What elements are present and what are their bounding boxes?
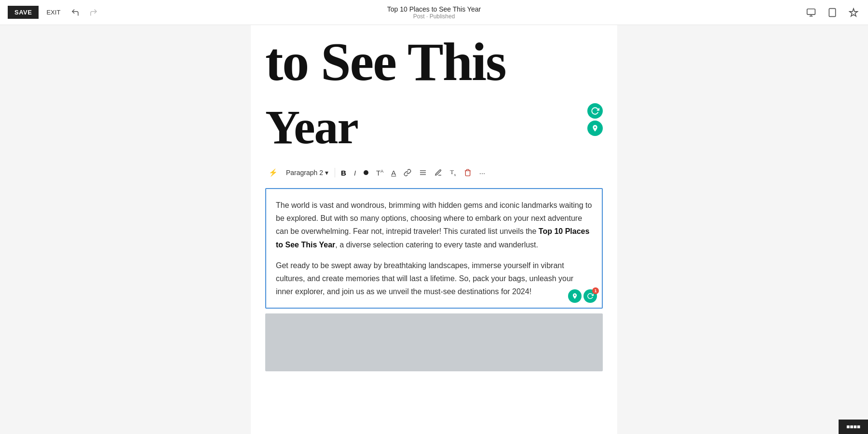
italic-button[interactable]: I <box>351 166 359 179</box>
svg-rect-0 <box>807 9 815 14</box>
superscript-button[interactable]: TA <box>373 166 387 179</box>
top-bar-center: Top 10 Places to See This Year Post · Pu… <box>387 5 481 20</box>
text-toolbar: ⚡ Paragraph 2 ▾ B I TA A <box>251 161 617 184</box>
delete-button[interactable] <box>461 166 475 179</box>
bottom-bar[interactable]: ■■■■ <box>839 420 868 434</box>
small-pin-icon[interactable] <box>568 289 582 303</box>
small-ai-icon[interactable]: 1 <box>583 289 597 303</box>
text-content: The world is vast and wondrous, brimming… <box>276 199 592 298</box>
superscript-icon: TA <box>376 169 383 177</box>
image-area <box>265 313 603 371</box>
text-edit-area[interactable]: The world is vast and wondrous, brimming… <box>265 188 603 309</box>
top-bar-right <box>804 6 860 19</box>
top-bar-left: SAVE EXIT <box>8 6 101 19</box>
title-partial: to See This <box>251 35 617 89</box>
editor-area: to See This Year ⚡ <box>251 25 617 434</box>
undo-button[interactable] <box>68 6 82 19</box>
paragraph-1: The world is vast and wondrous, brimming… <box>276 199 592 251</box>
save-button[interactable]: SAVE <box>8 6 39 19</box>
redo-button[interactable] <box>86 6 101 19</box>
year-heading: Year <box>251 89 617 151</box>
floating-icons-year <box>587 103 603 166</box>
quick-action-button[interactable]: ⚡ <box>265 166 281 179</box>
underline-icon: A <box>391 169 396 177</box>
pin-location-icon[interactable] <box>587 121 603 136</box>
ai-refresh-icon[interactable] <box>587 103 603 119</box>
link-button[interactable] <box>400 166 415 179</box>
exit-button[interactable]: EXIT <box>42 7 64 18</box>
highlight-button[interactable] <box>431 166 446 179</box>
magic-tool-button[interactable] <box>847 6 860 19</box>
main-content: to See This Year ⚡ <box>0 25 868 434</box>
underline-button[interactable]: A <box>388 166 399 179</box>
post-status: Post · Published <box>387 13 481 20</box>
paragraph-style-label: Paragraph 2 <box>286 169 323 176</box>
align-button[interactable] <box>416 166 430 179</box>
trash-icon <box>464 169 472 176</box>
svg-rect-3 <box>829 8 835 16</box>
paragraph-style-selector[interactable]: Paragraph 2 ▾ <box>282 167 332 178</box>
align-icon <box>419 169 427 176</box>
clear-format-icon: Tx <box>450 168 456 177</box>
more-options-button[interactable]: ··· <box>476 166 489 179</box>
text-box-bottom-icons: 1 <box>568 289 597 303</box>
tablet-view-button[interactable] <box>826 6 839 19</box>
dot-color-button[interactable] <box>360 168 372 177</box>
chevron-down-icon: ▾ <box>325 169 328 176</box>
toolbar-separator-1 <box>335 168 335 177</box>
post-title: Top 10 Places to See This Year <box>387 5 481 13</box>
bold-button[interactable]: B <box>338 166 350 179</box>
link-icon <box>404 169 411 176</box>
paragraph-2: Get ready to be swept away by breathtaki… <box>276 259 592 298</box>
color-dot-icon <box>364 170 368 175</box>
clear-format-button[interactable]: Tx <box>447 166 459 179</box>
ai-badge: 1 <box>592 287 599 294</box>
desktop-view-button[interactable] <box>804 6 818 19</box>
highlight-icon <box>434 169 442 176</box>
top-bar: SAVE EXIT Top 10 Places to See This Year… <box>0 0 868 25</box>
